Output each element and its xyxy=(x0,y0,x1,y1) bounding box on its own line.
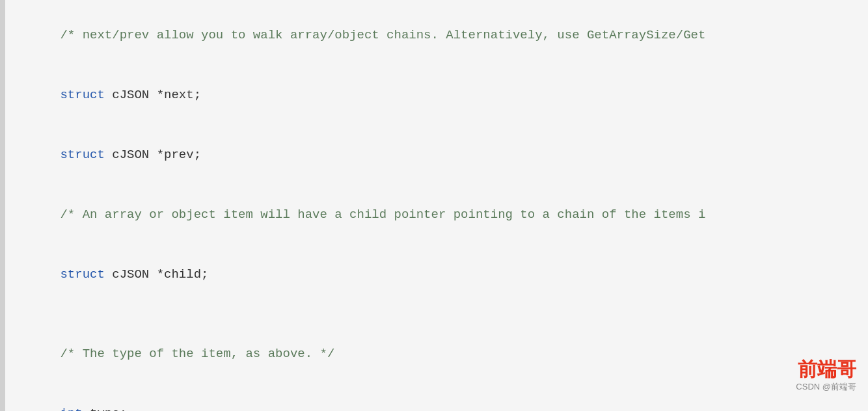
comment-text: /* An array or object item will have a c… xyxy=(60,207,705,222)
empty-line xyxy=(16,304,868,324)
keyword: struct xyxy=(60,267,104,282)
code-text: cJSON *next; xyxy=(105,88,201,102)
keyword: struct xyxy=(60,88,104,102)
comment-text: /* The type of the item, as above. */ xyxy=(60,347,334,361)
keyword: int xyxy=(60,406,82,411)
code-line: struct cJSON *child; xyxy=(16,245,868,304)
code-line: struct cJSON *next; xyxy=(16,65,868,125)
code-line: /* An array or object item will have a c… xyxy=(16,185,868,245)
code-content: /* next/prev allow you to walk array/obj… xyxy=(0,0,868,411)
code-text: type; xyxy=(83,406,127,411)
code-line: struct cJSON *prev; xyxy=(16,125,868,185)
code-text: cJSON *child; xyxy=(105,267,209,282)
code-line: int type; xyxy=(16,384,868,411)
watermark-container: 前端哥 CSDN @前端哥 xyxy=(796,358,856,393)
watermark-main: 前端哥 xyxy=(796,358,856,381)
keyword: struct xyxy=(60,148,104,162)
watermark-sub: CSDN @前端哥 xyxy=(796,381,856,393)
code-line: /* The type of the item, as above. */ xyxy=(16,324,868,384)
code-container: /* next/prev allow you to walk array/obj… xyxy=(0,0,868,411)
code-text: cJSON *prev; xyxy=(105,148,201,162)
code-line: /* next/prev allow you to walk array/obj… xyxy=(16,5,868,65)
left-border xyxy=(0,0,5,411)
comment-text: /* next/prev allow you to walk array/obj… xyxy=(60,28,705,42)
